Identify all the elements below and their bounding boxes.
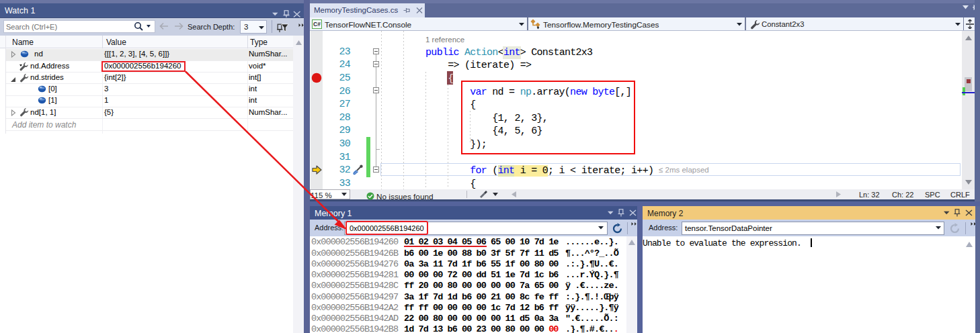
svg-text:C#: C# xyxy=(313,21,321,28)
